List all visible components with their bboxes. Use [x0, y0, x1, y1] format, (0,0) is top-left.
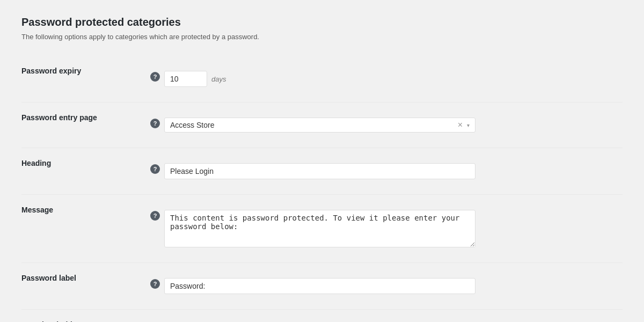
help-icon-password-label[interactable]: ? [150, 279, 160, 289]
days-label: days [211, 75, 226, 83]
field-password-entry-page: ? Access Store × ▾ [140, 110, 623, 140]
label-password-expiry: Password expiry [21, 67, 81, 75]
help-icon-expiry[interactable]: ? [150, 72, 160, 82]
help-icon-heading[interactable]: ? [150, 164, 160, 174]
heading-input[interactable] [164, 163, 475, 179]
label-password-label: Password label [21, 274, 76, 282]
row-password-entry-page: Password entry page ? Access Store × ▾ [21, 103, 623, 148]
field-heading: ? [140, 156, 623, 187]
password-label-input[interactable] [164, 278, 475, 294]
row-password-expiry: Password expiry ? days [21, 56, 623, 103]
message-textarea[interactable]: This content is password protected. To v… [164, 210, 475, 247]
expiry-input[interactable] [164, 71, 207, 87]
row-message: Message ? This content is password prote… [21, 195, 623, 263]
field-password-expiry: ? days [140, 63, 623, 94]
expiry-row: days [164, 71, 226, 87]
row-heading: Heading ? [21, 148, 623, 195]
settings-container: Password protected categories The follow… [0, 0, 644, 322]
entry-page-clear-icon[interactable]: × [458, 121, 463, 129]
section-description: The following options apply to categorie… [21, 33, 623, 41]
field-password-label: ? [140, 270, 623, 302]
label-password-entry-page: Password entry page [21, 113, 97, 122]
field-use-placeholder: Use the label as a placeholder for the p… [140, 317, 623, 322]
section-title: Password protected categories [21, 16, 623, 28]
help-icon-entry-page[interactable]: ? [150, 119, 160, 128]
entry-page-select[interactable]: Access Store × ▾ [164, 118, 475, 133]
label-heading: Heading [21, 159, 51, 167]
entry-page-value: Access Store [170, 121, 453, 129]
row-use-placeholder: Use placeholder? Use the label as a plac… [21, 310, 623, 323]
entry-page-dropdown-icon[interactable]: ▾ [467, 122, 470, 128]
row-password-label: Password label ? [21, 263, 623, 310]
help-icon-message[interactable]: ? [150, 211, 160, 221]
label-message: Message [21, 206, 53, 214]
field-message: ? This content is password protected. To… [140, 202, 623, 255]
settings-form: Password expiry ? days Password entry pa… [21, 56, 623, 322]
